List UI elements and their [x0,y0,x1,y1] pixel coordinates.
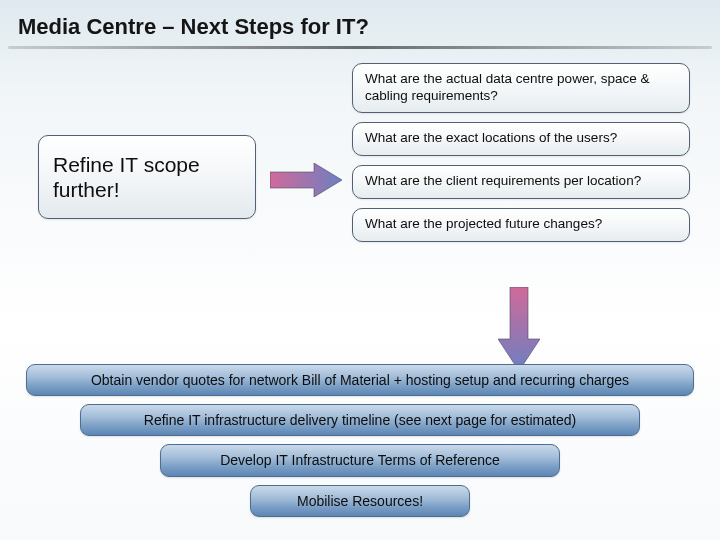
arrow-down-icon [498,287,540,371]
svg-marker-0 [270,163,342,197]
top-area: Refine IT scope further! What are the ac… [0,63,720,323]
step-bar: Refine IT infrastructure delivery timeli… [80,404,640,436]
refine-scope-box: Refine IT scope further! [38,135,256,219]
step-bar: Develop IT Infrastructure Terms of Refer… [160,444,560,476]
slide-title: Media Centre – Next Steps for IT? [0,0,720,46]
question-column: What are the actual data centre power, s… [352,63,690,242]
arrow-right-icon [270,163,342,197]
question-box: What are the client requirements per loc… [352,165,690,199]
question-box: What are the exact locations of the user… [352,122,690,156]
step-bars: Obtain vendor quotes for network Bill of… [24,364,696,517]
step-bar: Obtain vendor quotes for network Bill of… [26,364,694,396]
question-box: What are the actual data centre power, s… [352,63,690,113]
step-bar: Mobilise Resources! [250,485,470,517]
question-box: What are the projected future changes? [352,208,690,242]
svg-marker-1 [498,287,540,371]
title-underline [8,46,712,49]
